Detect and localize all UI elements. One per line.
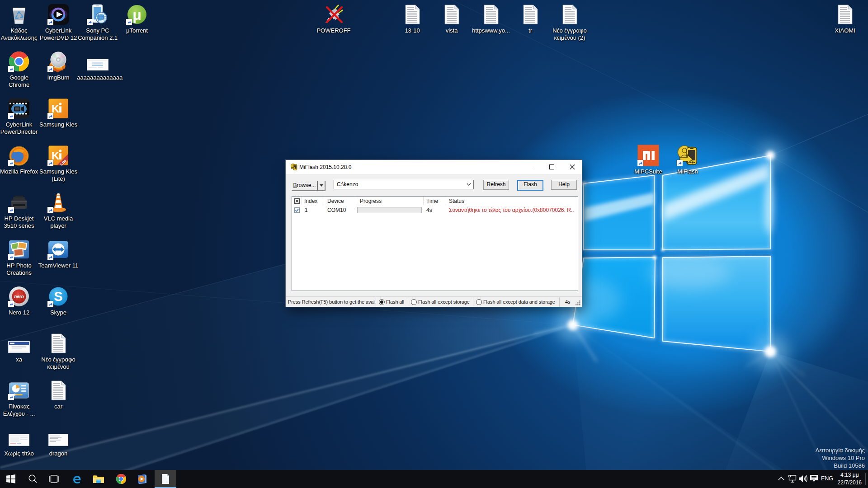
svg-text:nero: nero [14,294,24,299]
svg-text:S: S [54,289,62,304]
svg-text:μ: μ [132,7,142,23]
